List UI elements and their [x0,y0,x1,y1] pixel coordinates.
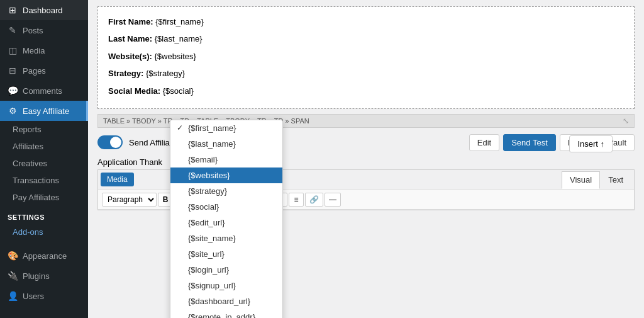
sidebar: ⊞ Dashboard ✎ Posts ◫ Media ⊟ Pages 💬 Co… [0,0,88,318]
users-icon: 👤 [8,291,18,301]
settings-label: Settings [0,206,88,224]
sidebar-item-add-ons[interactable]: Add-ons [0,224,88,241]
plugins-icon: 🔌 [8,271,18,281]
dropdown-item-site-url[interactable]: {$site_url} [170,246,282,262]
tab-visual[interactable]: Visual [562,171,600,189]
send-affiliate-toggle[interactable] [97,135,123,149]
sidebar-item-plugins[interactable]: 🔌 Plugins [0,266,88,286]
dropdown-item-first-name[interactable]: {$first_name} [170,120,282,136]
sidebar-item-dashboard[interactable]: ⊞ Dashboard [0,0,88,20]
toolbar-link[interactable]: 🔗 [305,193,323,207]
sidebar-item-pages[interactable]: ⊟ Pages [0,60,88,81]
sidebar-item-appearance[interactable]: 🎨 Appearance [0,246,88,266]
posts-icon: ✎ [8,25,18,35]
sidebar-item-label: Easy Affiliate [23,106,69,116]
dropdown-item-login-url[interactable]: {$login_url} [170,262,282,278]
sidebar-item-media[interactable]: ◫ Media [0,40,88,60]
dropdown-item-email[interactable]: {$email} [170,152,282,168]
easy-affiliate-icon: ⚙ [8,106,18,116]
comments-icon: 💬 [8,86,18,96]
sidebar-item-label: Users [23,292,44,301]
sidebar-item-users[interactable]: 👤 Users [0,286,88,306]
toolbar-horizontal-rule[interactable]: — [325,193,341,207]
sidebar-item-transactions[interactable]: Transactions [0,172,88,189]
sidebar-item-label: Posts [23,26,43,35]
dropdown-item-edit-url[interactable]: {$edit_url} [170,215,282,230]
sidebar-item-label: Appearance [23,251,67,261]
sidebar-item-posts[interactable]: ✎ Posts [0,20,88,40]
application-thankyou-label: Application Thank [97,157,162,167]
insert-button[interactable]: Insert ↑ [569,135,613,152]
dropdown-item-last-name[interactable]: {$last_name} [170,136,282,152]
right-panel: First Name: {$first_name} Last Name: {$l… [88,0,644,318]
sidebar-item-affiliates[interactable]: Affiliates [0,138,88,155]
insert-button-area: Insert ↑ [569,135,613,152]
dropdown-item-site-name[interactable]: {$site_name} [170,230,282,246]
dropdown-item-strategy[interactable]: {$strategy} [170,183,282,199]
editor-tabs: Visual Text [562,171,631,188]
sidebar-item-label: Pages [23,66,46,76]
pages-icon: ⊟ [8,65,18,76]
sidebar-item-pay-affiliates[interactable]: Pay Affiliates [0,189,88,206]
resize-handle: ⤡ [623,116,629,125]
dropdown-item-remote-ip[interactable]: {$remote_ip_addr} [170,309,282,318]
sidebar-item-reports[interactable]: Reports [0,121,88,138]
add-media-button[interactable]: Media [101,173,134,186]
template-preview: First Name: {$first_name} Last Name: {$l… [97,6,635,109]
edit-button[interactable]: Edit [469,134,499,151]
sidebar-item-creatives[interactable]: Creatives [0,155,88,172]
dashboard-icon: ⊞ [8,5,18,15]
dropdown-item-websites[interactable]: {$websites} [170,168,282,183]
dropdown-item-dashboard-url[interactable]: {$dashboard_url} [170,293,282,309]
appearance-icon: 🎨 [8,251,18,261]
dropdown-item-signup-url[interactable]: {$signup_url} [170,278,282,293]
tab-text[interactable]: Text [600,171,631,188]
media-icon: ◫ [8,45,18,55]
sidebar-item-comments[interactable]: 💬 Comments [0,81,88,101]
paragraph-select[interactable]: Paragraph [102,193,157,207]
toolbar-align-justify[interactable]: ≡ [289,193,304,207]
sidebar-item-label: Plugins [23,271,50,281]
variable-dropdown: {$first_name} {$last_name} {$email} {$we… [170,120,283,318]
sidebar-item-label: Dashboard [23,6,63,15]
dropdown-item-social[interactable]: {$social} [170,199,282,215]
sidebar-item-label: Media [23,46,45,55]
sidebar-item-label: Comments [23,86,62,96]
send-test-button[interactable]: Send Test [503,134,556,151]
send-affiliate-label: Send Affilia [129,138,170,147]
sidebar-item-easy-affiliate[interactable]: ⚙ Easy Affiliate [0,101,88,121]
